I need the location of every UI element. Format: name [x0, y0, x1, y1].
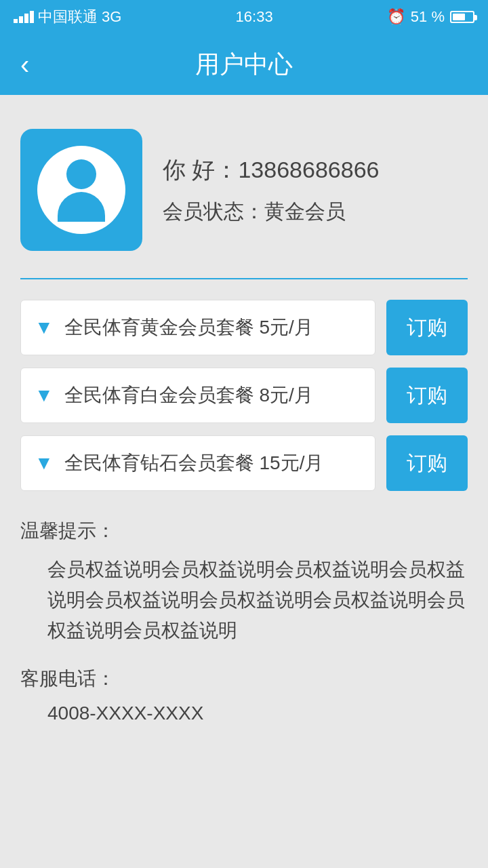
time-text: 16:33 — [236, 8, 273, 26]
package-selector-platinum[interactable]: ▼ 全民体育白金会员套餐 8元/月 — [20, 368, 375, 423]
nav-title: 用户中心 — [195, 48, 293, 81]
order-label-platinum: 订购 — [407, 382, 447, 410]
back-button[interactable]: ‹ — [14, 43, 36, 87]
back-arrow-icon: ‹ — [20, 50, 29, 79]
order-button-diamond[interactable]: 订购 — [386, 435, 468, 491]
packages-section: ▼ 全民体育黄金会员套餐 5元/月 订购 ▼ 全民体育白金会员套餐 8元/月 订… — [20, 300, 468, 491]
package-row-diamond: ▼ 全民体育钻石会员套餐 15元/月 订购 — [20, 435, 468, 491]
status-left: 中国联通 3G — [14, 7, 121, 27]
status-right: ⏰ 51 % — [387, 8, 474, 26]
carrier-text: 中国联通 — [38, 7, 98, 27]
service-title: 客服电话： — [20, 666, 468, 692]
profile-section: 你 好：13868686866 会员状态：黄金会员 — [20, 115, 468, 271]
battery-icon — [450, 11, 474, 23]
tips-section: 温馨提示： 会员权益说明会员权益说明会员权益说明会员权益说明会员权益说明会员权益… — [20, 518, 468, 724]
package-label-platinum: 全民体育白金会员套餐 8元/月 — [64, 382, 361, 408]
person-icon — [54, 159, 108, 220]
main-content: 你 好：13868686866 会员状态：黄金会员 ▼ 全民体育黄金会员套餐 5… — [0, 95, 488, 745]
clock-icon: ⏰ — [387, 8, 405, 26]
package-selector-diamond[interactable]: ▼ 全民体育钻石会员套餐 15元/月 — [20, 435, 375, 491]
signal-icon — [14, 11, 34, 23]
profile-info: 你 好：13868686866 会员状态：黄金会员 — [163, 155, 379, 226]
tips-content: 会员权益说明会员权益说明会员权益说明会员权益说明会员权益说明会员权益说明会员权益… — [47, 555, 468, 646]
dropdown-arrow-icon-2: ▼ — [35, 384, 54, 406]
dropdown-arrow-icon-3: ▼ — [35, 452, 54, 474]
avatar — [20, 129, 142, 251]
package-selector-gold[interactable]: ▼ 全民体育黄金会员套餐 5元/月 — [20, 300, 375, 355]
order-button-gold[interactable]: 订购 — [386, 300, 468, 355]
tips-title: 温馨提示： — [20, 518, 468, 544]
nav-bar: ‹ 用户中心 — [0, 34, 488, 95]
avatar-circle — [37, 146, 125, 234]
service-phone: 4008-XXXX-XXXX — [47, 703, 468, 724]
dropdown-arrow-icon: ▼ — [35, 317, 54, 338]
status-bar: 中国联通 3G 16:33 ⏰ 51 % — [0, 0, 488, 34]
package-label-diamond: 全民体育钻石会员套餐 15元/月 — [64, 450, 361, 476]
package-label-gold: 全民体育黄金会员套餐 5元/月 — [64, 315, 361, 340]
order-label-gold: 订购 — [407, 314, 447, 342]
order-label-diamond: 订购 — [407, 450, 447, 477]
order-button-platinum[interactable]: 订购 — [386, 368, 468, 423]
package-row-platinum: ▼ 全民体育白金会员套餐 8元/月 订购 — [20, 368, 468, 423]
person-body — [58, 192, 105, 222]
profile-member-status: 会员状态：黄金会员 — [163, 198, 379, 226]
divider — [20, 278, 468, 279]
network-text: 3G — [102, 8, 121, 26]
battery-text: 51 % — [411, 8, 445, 26]
profile-greeting: 你 好：13868686866 — [163, 155, 379, 186]
package-row-gold: ▼ 全民体育黄金会员套餐 5元/月 订购 — [20, 300, 468, 355]
person-head — [66, 159, 96, 189]
